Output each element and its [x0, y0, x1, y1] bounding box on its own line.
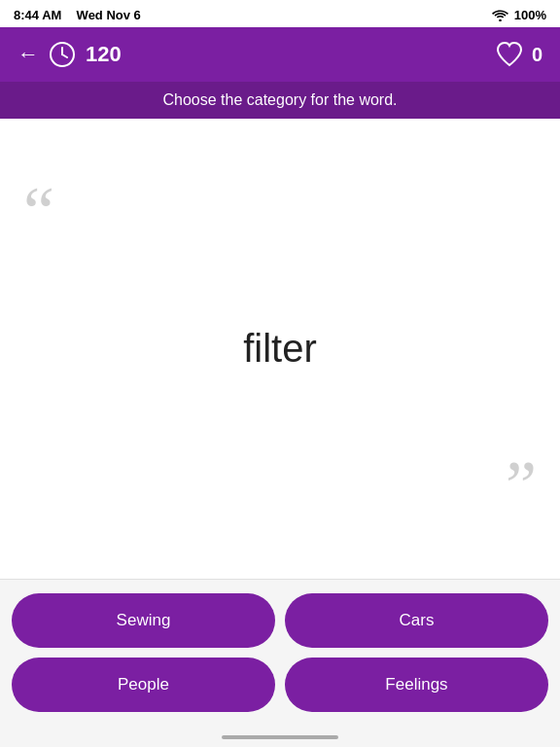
status-bar-left: 8:44 AM Wed Nov 6 [14, 8, 141, 22]
status-time: 8:44 AM [14, 8, 61, 22]
svg-point-0 [499, 18, 502, 20]
header: ← 120 0 [0, 27, 560, 82]
wifi-icon [492, 9, 508, 21]
header-left: ← 120 [18, 41, 122, 68]
header-right: 0 [495, 41, 542, 68]
back-button[interactable]: ← [18, 42, 39, 67]
quote-close-icon: ” [506, 450, 537, 520]
instruction-bar: Choose the category for the word. [0, 82, 560, 119]
word-display: filter [243, 327, 317, 371]
heart-count: 0 [532, 44, 542, 66]
status-date: Wed Nov 6 [77, 8, 141, 22]
status-bar-right: 100% [492, 8, 546, 22]
status-bar: 8:44 AM Wed Nov 6 100% [0, 0, 560, 27]
svg-line-3 [62, 54, 67, 57]
answer-cars[interactable]: Cars [285, 593, 548, 648]
heart-icon [495, 41, 524, 68]
clock-icon [49, 41, 76, 68]
home-bar [222, 735, 338, 739]
word-area: “ filter ” [0, 119, 560, 580]
answer-people[interactable]: People [12, 658, 275, 712]
instruction-text: Choose the category for the word. [162, 91, 397, 108]
battery-level: 100% [514, 8, 546, 22]
timer-score: 120 [86, 42, 122, 67]
answers-area: Sewing Cars People Feelings [0, 580, 560, 729]
home-indicator [0, 729, 560, 747]
answer-feelings[interactable]: Feelings [285, 658, 548, 712]
quote-open-icon: “ [23, 177, 54, 247]
answer-sewing[interactable]: Sewing [12, 593, 275, 648]
